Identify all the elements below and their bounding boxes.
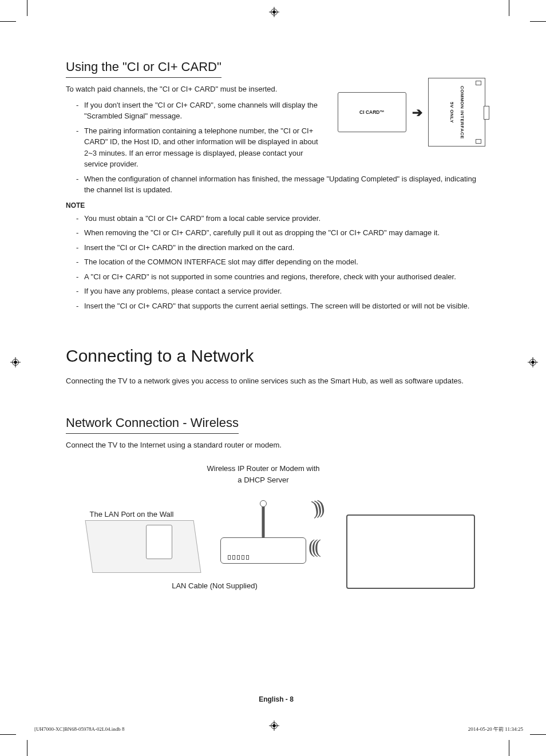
list-item: When removing the "CI or CI+ CARD", care… [76, 227, 486, 239]
arrow-right-icon: ➔ [412, 103, 422, 122]
list-item: You must obtain a "CI or CI+ CARD" from … [76, 213, 486, 224]
registration-mark-icon [528, 357, 538, 367]
registration-mark-icon [10, 357, 21, 367]
wall-plate-icon [146, 525, 172, 559]
wall-port-icon [85, 520, 201, 573]
section-heading-network: Connecting to a Network [66, 343, 486, 369]
tv-icon [346, 514, 475, 589]
section-heading-wireless: Network Connection - Wireless [66, 413, 239, 434]
page-number: English - 8 [259, 694, 294, 704]
wireless-figure: Wireless IP Router or Modem with a DHCP … [66, 457, 486, 583]
ci-bullets-cont: When the configuration of channel inform… [66, 173, 486, 196]
list-item: When the configuration of channel inform… [76, 173, 486, 196]
ci-intro: To watch paid channels, the "CI or CI+ C… [66, 84, 327, 95]
wifi-wave-out-icon: ))) [310, 492, 324, 523]
list-item: Insert the "CI or CI+ CARD" that support… [76, 300, 486, 312]
router-label-1: Wireless IP Router or Modem with [207, 464, 320, 473]
lan-cable-label: LAN Cable (Not Supplied) [157, 580, 272, 592]
ci-bullets: If you don't insert the "CI or CI+ CARD"… [66, 100, 327, 170]
print-timestamp: 2014-05-20 午前 11:34:25 [468, 726, 523, 734]
ci-card-icon: CI CARD™ [338, 92, 406, 132]
slot-ci-label: COMMON INTERFACE [458, 86, 465, 139]
router-label-2: a DHCP Server [238, 476, 288, 484]
list-item: Insert the "CI or CI+ CARD" in the direc… [76, 242, 486, 254]
network-intro: Connecting the TV to a network gives you… [66, 375, 486, 387]
ci-card-figure: CI CARD™ ➔ 5V ONLY COMMON INTERFACE [338, 78, 486, 147]
note-heading: NOTE [66, 200, 486, 211]
list-item: A "CI or CI+ CARD" is not supported in s… [76, 271, 486, 283]
router-icon [220, 537, 306, 564]
list-item: The pairing information containing a tel… [76, 125, 327, 170]
print-file-name: [UH7000-XC]BN68-05978A-02L04.indb 8 [34, 726, 125, 734]
ci-slot-icon: 5V ONLY COMMON INTERFACE [428, 78, 485, 147]
slot-5v-label: 5V ONLY [448, 102, 455, 123]
wifi-wave-in-icon: ))) [312, 532, 321, 561]
print-footer: [UH7000-XC]BN68-05978A-02L04.indb 8 2014… [34, 726, 523, 734]
list-item: If you don't insert the "CI or CI+ CARD"… [76, 100, 327, 122]
list-item: If you have any problems, please contact… [76, 286, 486, 297]
wireless-intro: Connect the TV to the Internet using a s… [66, 440, 486, 451]
section-heading-ci-card: Using the "CI or CI+ CARD" [66, 57, 221, 78]
ci-card-label: CI CARD™ [359, 109, 385, 116]
wall-port-label: The LAN Port on the Wall [83, 509, 180, 520]
registration-mark-icon [269, 7, 279, 17]
note-list: You must obtain a "CI or CI+ CARD" from … [66, 213, 486, 312]
list-item: The location of the COMMON INTERFACE slo… [76, 256, 486, 268]
page-footer: English - 8 [66, 694, 486, 704]
